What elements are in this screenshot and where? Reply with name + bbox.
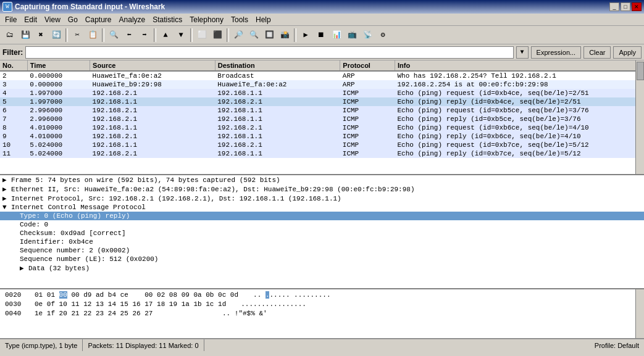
detail-item-label: Identifier: 0xb4ce: [20, 238, 93, 246]
col-header-protocol: Protocol: [340, 60, 395, 71]
toolbar-btn-zoom-out[interactable]: 🔍: [246, 28, 261, 43]
detail-section-label: Frame 5: 74 bytes on wire (592 bits), 74…: [11, 176, 280, 184]
toolbar-separator: [190, 28, 193, 42]
packet-row[interactable]: 115.024000192.168.2.1192.168.1.1ICMPEcho…: [0, 149, 644, 158]
maximize-button[interactable]: □: [621, 2, 630, 11]
detail-section-label: Ethernet II, Src: HuaweiTe_fa:0e:a2 (54:…: [11, 186, 415, 193]
detail-item[interactable]: Sequence number (LE): 512 (0x0200): [0, 255, 644, 263]
detail-section-label: Internet Protocol, Src: 192.168.2.1 (192…: [11, 195, 341, 202]
packet-row[interactable]: 20.000000HuaweiTe_fa:0e:a2BroadcastARPWh…: [0, 71, 644, 80]
detail-item[interactable]: Sequence number: 2 (0x0002): [0, 246, 644, 255]
toolbar-btn-graph[interactable]: 📸: [277, 28, 292, 43]
detail-panel: ▶ Frame 5: 74 bytes on wire (592 bits), …: [0, 175, 644, 289]
toolbar-btn-cut[interactable]: ✂: [70, 28, 85, 43]
menu-item-statistics[interactable]: Statistics: [149, 14, 186, 25]
detail-item[interactable]: ▶ Data (32 bytes): [0, 263, 644, 273]
packet-scrollbar[interactable]: [635, 60, 644, 174]
packet-row[interactable]: 41.997000192.168.2.1192.168.1.1ICMPEcho …: [0, 89, 644, 97]
menu-item-tools[interactable]: Tools: [227, 14, 252, 25]
menu-item-view[interactable]: View: [41, 14, 64, 25]
toolbar-btn-pane1[interactable]: ⬜: [194, 28, 209, 43]
status-bar: Type (icmp.type), 1 byte Packets: 11 Dis…: [0, 339, 644, 351]
menu-item-edit[interactable]: Edit: [20, 14, 41, 25]
toolbar-btn-prefs[interactable]: ⚙: [375, 28, 390, 43]
packet-row[interactable]: 105.024000192.168.1.1192.168.2.1ICMPEcho…: [0, 141, 644, 149]
toolbar-btn-pane2[interactable]: ⬛: [210, 28, 225, 43]
clear-button[interactable]: Clear: [583, 46, 611, 59]
detail-item-label: Code: 0: [20, 221, 48, 228]
filter-bar: Filter: ▼ Expression... Clear Apply: [0, 44, 644, 60]
packet-table: No.TimeSourceDestinationProtocolInfo 20.…: [0, 60, 644, 158]
col-header-destination: Destination: [215, 60, 340, 71]
toolbar-btn-wireless[interactable]: 📡: [360, 28, 375, 43]
close-button[interactable]: ✕: [632, 2, 642, 11]
h-scrollbar[interactable]: [0, 174, 644, 175]
detail-section[interactable]: ▶ Frame 5: 74 bytes on wire (592 bits), …: [0, 175, 644, 184]
detail-item-label: Data (32 bytes): [28, 265, 90, 272]
menu-item-telephony[interactable]: Telephony: [186, 14, 227, 25]
window-title: Capturing from Standard input - Wireshar…: [15, 2, 607, 11]
menu-item-analyze[interactable]: Analyze: [115, 14, 149, 25]
hex-scrollbar[interactable]: [635, 289, 644, 338]
toolbar-btn-copy[interactable]: 📋: [85, 28, 100, 43]
toolbar-btn-find[interactable]: 🔍: [106, 28, 121, 43]
hex-bytes: 1e 1f 20 21 22 23 24 25 26 27: [35, 309, 207, 318]
menu-item-help[interactable]: Help: [252, 14, 275, 25]
toolbar-btn-last[interactable]: ▼: [174, 28, 188, 43]
detail-item[interactable]: Identifier: 0xb4ce: [0, 238, 644, 246]
toolbar-btn-stop-cap[interactable]: ⏹: [314, 28, 328, 43]
expand-icon[interactable]: ▶: [2, 176, 9, 184]
expand-icon[interactable]: ▼: [2, 204, 9, 211]
apply-button[interactable]: Apply: [613, 46, 642, 59]
hex-offset: 0030: [5, 300, 30, 309]
toolbar-btn-forward[interactable]: ➡: [137, 28, 152, 43]
hex-panel: 002001 01 00 00 d9 ad b4 ce 00 02 08 09 …: [0, 289, 644, 339]
detail-section-label: Internet Control Message Protocol: [11, 204, 146, 211]
detail-section[interactable]: ▼ Internet Control Message Protocol: [0, 203, 644, 212]
col-header-no: No.: [0, 60, 27, 71]
toolbar-btn-back[interactable]: ⬅: [122, 28, 136, 43]
expression-button[interactable]: Expression...: [531, 46, 582, 59]
toolbar-btn-start-cap[interactable]: ▶: [298, 28, 313, 43]
detail-item[interactable]: Checksum: 0xd9ad [correct]: [0, 229, 644, 238]
toolbar-btn-open[interactable]: 🗂: [2, 28, 17, 43]
detail-section[interactable]: ▶ Ethernet II, Src: HuaweiTe_fa:0e:a2 (5…: [0, 184, 644, 194]
menu-item-file[interactable]: File: [1, 14, 20, 25]
hex-bytes: 0e 0f 10 11 12 13 14 15 16 17 18 19 1a 1…: [35, 300, 226, 309]
type-info: Type (icmp.type), 1 byte: [0, 339, 83, 351]
hex-ascii: ................: [241, 300, 306, 309]
toolbar-btn-zoom-in[interactable]: 🔎: [231, 28, 246, 43]
toolbar-btn-save[interactable]: 💾: [18, 28, 33, 43]
hex-bytes: 01 01 00 00 d9 ad b4 ce 00 02 08 09 0a 0…: [35, 291, 238, 300]
filter-input[interactable]: [25, 46, 513, 59]
expand-icon[interactable]: ▶: [2, 194, 9, 202]
toolbar-btn-stats[interactable]: 📊: [329, 28, 344, 43]
profile-info: Profile: Default: [590, 339, 644, 351]
toolbar-btn-monitor[interactable]: 📺: [345, 28, 359, 43]
col-header-source: Source: [90, 60, 215, 71]
detail-item[interactable]: Type: 0 (Echo (ping) reply): [0, 212, 644, 220]
toolbar-separator: [227, 28, 229, 42]
toolbar-btn-reload[interactable]: 🔄: [49, 28, 64, 43]
toolbar-btn-first[interactable]: ▲: [158, 28, 173, 43]
packet-row[interactable]: 51.997000192.168.1.1192.168.2.1ICMPEcho …: [0, 97, 644, 106]
menu-item-go[interactable]: Go: [64, 14, 82, 25]
menu-item-capture[interactable]: Capture: [82, 14, 115, 25]
expand-icon[interactable]: ▶: [2, 185, 9, 193]
packet-row[interactable]: 72.996000192.168.2.1192.168.1.1ICMPEcho …: [0, 115, 644, 123]
packet-row[interactable]: 30.000000HuaweiTe_b9:29:98HuaweiTe_fa:0e…: [0, 80, 644, 89]
col-header-info: Info: [395, 60, 643, 71]
minimize-button[interactable]: _: [609, 2, 619, 11]
toolbar-separator: [294, 28, 296, 42]
detail-item[interactable]: Code: 0: [0, 220, 644, 229]
packet-row[interactable]: 84.010000192.168.1.1192.168.2.1ICMPEcho …: [0, 123, 644, 132]
filter-dropdown[interactable]: ▼: [516, 46, 529, 59]
packet-row[interactable]: 94.010000192.168.2.1192.168.1.1ICMPEcho …: [0, 132, 644, 141]
toolbar-btn-close-capture[interactable]: ✖: [33, 28, 48, 43]
packet-row[interactable]: 62.996000192.168.2.1192.168.1.1ICMPEcho …: [0, 106, 644, 115]
toolbar-btn-zoom-fit[interactable]: 🔲: [262, 28, 277, 43]
hex-line: 00300e 0f 10 11 12 13 14 15 16 17 18 19 …: [5, 300, 630, 309]
detail-section[interactable]: ▶ Internet Protocol, Src: 192.168.2.1 (1…: [0, 194, 644, 203]
expand-icon[interactable]: ▶: [20, 264, 26, 272]
hex-line: 00401e 1f 20 21 22 23 24 25 26 27.. !"#$…: [5, 309, 630, 318]
